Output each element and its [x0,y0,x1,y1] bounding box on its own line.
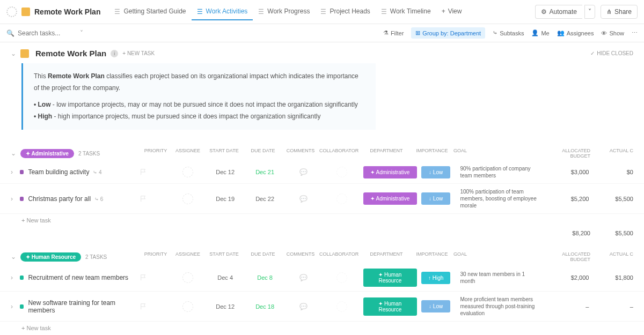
hide-closed-button[interactable]: ✓HIDE CLOSED [590,50,633,56]
task-row[interactable]: ›Team building activity ⤷ 4Dec 12Dec 21💬… [0,161,644,184]
start-date[interactable]: Dec 12 [207,303,244,310]
priority-flag-icon[interactable] [140,168,147,176]
start-date[interactable]: Dec 12 [207,169,244,175]
due-date[interactable]: Dec 8 [248,274,282,281]
collapse-icon[interactable]: ⌄ [11,50,16,57]
share-button[interactable]: ⋔Share [601,5,638,19]
expand-icon[interactable]: › [11,195,16,203]
priority-flag-icon[interactable] [140,195,147,203]
automate-button[interactable]: ⚙Automate [535,5,582,19]
group-admin: ⌄✦ Administrative2 TASKSPRIORITYASSIGNEE… [0,146,644,240]
share-icon: ⋔ [606,8,612,16]
subtasks-button[interactable]: ⤷Subtasks [493,29,524,36]
group-pill[interactable]: ✦ Human Resource [20,252,81,262]
assignees-button[interactable]: 👥Assignees [557,29,594,36]
collaborator-avatar[interactable] [336,193,347,204]
goal-text: 90% participation of company team member… [455,165,540,179]
assignee-avatar[interactable] [182,167,193,177]
collaborator-avatar[interactable] [336,301,347,312]
check-icon: ✓ [590,50,595,56]
department-pill[interactable]: ✦ Administrative [363,166,417,178]
group-collapse-icon[interactable]: ⌄ [11,253,16,260]
task-name[interactable]: Christmas party for all ⤷ 6 [28,195,135,203]
collaborator-avatar[interactable] [336,272,347,283]
task-row[interactable]: ›New software training for team membersD… [0,292,644,322]
tab-getting-started-guide[interactable]: ☰Getting Started Guide [109,3,191,20]
status-checkbox[interactable] [20,170,24,174]
view-icon: ☰ [381,8,387,14]
show-button[interactable]: 👁Show [601,30,624,36]
department-pill[interactable]: ✦ Administrative [363,192,417,205]
assignee-avatar[interactable] [182,301,193,312]
page-title: Remote Work Plan [35,49,106,58]
comments-icon[interactable]: 💬 [286,195,320,203]
start-date[interactable]: Dec 4 [207,274,244,281]
allocated-budget: – [545,303,600,310]
task-name[interactable]: New software training for team members [28,299,135,314]
tab-label: Project Heads [330,8,370,15]
group-count: 2 TASKS [78,151,100,157]
new-task-button[interactable]: + New task [0,322,644,334]
goal-text: More proficient team members measured th… [455,296,540,317]
group-pill[interactable]: ✦ Administrative [20,149,74,158]
department-pill[interactable]: ✦ Human Resource [363,297,417,316]
new-task-button[interactable]: + New task [0,214,644,227]
workspace-title[interactable]: Remote Work Plan [34,8,100,16]
add-view-tab[interactable]: +View [436,3,467,20]
department-pill[interactable]: ✦ Human Resource [363,269,417,287]
status-checkbox[interactable] [20,304,24,309]
priority-flag-icon[interactable] [140,274,147,281]
subtask-count: ⤷ 6 [93,196,103,202]
comments-icon[interactable]: 💬 [286,303,320,310]
task-row[interactable]: ›Recruitment of new team membersDec 4Dec… [0,264,644,292]
priority-flag-icon[interactable] [140,303,147,310]
task-name[interactable]: Recruitment of new team members [28,274,135,281]
status-checkbox[interactable] [20,197,24,201]
view-icon: ☰ [320,8,327,14]
me-button[interactable]: 👤Me [531,29,549,36]
app-logo-icon[interactable] [6,6,17,17]
tab-work-timeline[interactable]: ☰Work Timeline [376,3,436,20]
tab-label: Work Progress [267,8,310,15]
importance-pill[interactable]: ↑ High [421,272,451,284]
collaborator-avatar[interactable] [336,167,347,177]
due-date[interactable]: Dec 18 [248,303,282,310]
importance-pill[interactable]: ↓ Low [421,166,451,178]
allocated-budget: $5,200 [545,196,600,202]
assignee-avatar[interactable] [182,193,193,204]
importance-pill[interactable]: ↓ Low [421,300,451,312]
due-date[interactable]: Dec 21 [248,169,282,175]
comments-icon[interactable]: 💬 [286,274,320,281]
expand-icon[interactable]: › [11,274,16,281]
due-date[interactable]: Dec 22 [248,196,282,202]
tab-label: Getting Started Guide [123,8,186,15]
info-icon[interactable]: i [111,50,118,57]
expand-icon[interactable]: › [11,168,16,176]
more-button[interactable]: ⋯ [632,29,638,36]
tab-work-activities[interactable]: ☰Work Activities [192,3,253,20]
search-chevron-icon[interactable]: ˅ [80,29,83,37]
automate-chevron[interactable]: ˅ [584,5,595,19]
importance-pill[interactable]: ↓ Low [421,192,451,205]
comments-icon[interactable]: 💬 [286,168,320,176]
search-input[interactable] [18,29,77,37]
topbar: Remote Work Plan ☰Getting Started Guide☰… [0,0,644,24]
groupby-button[interactable]: ⊞Group by: Department [411,27,485,39]
search-box[interactable]: 🔍 ˅ [6,29,83,37]
subtask-count: ⤷ 4 [91,169,101,175]
tab-project-heads[interactable]: ☰Project Heads [315,3,375,20]
view-icon: ☰ [197,8,203,14]
status-checkbox[interactable] [20,276,24,280]
view-icon: ☰ [114,8,121,14]
task-name[interactable]: Team building activity ⤷ 4 [28,168,135,176]
group-collapse-icon[interactable]: ⌄ [11,150,16,157]
expand-icon[interactable]: › [11,303,16,310]
assignee-avatar[interactable] [182,272,193,283]
filter-button[interactable]: ⚗Filter [383,29,404,36]
task-row[interactable]: ›Christmas party for all ⤷ 6Dec 19Dec 22… [0,184,644,214]
eye-icon: 👁 [601,30,607,36]
new-task-header-button[interactable]: + NEW TASK [122,50,155,56]
tab-work-progress[interactable]: ☰Work Progress [253,3,315,20]
start-date[interactable]: Dec 19 [207,196,244,202]
group-hr: ⌄✦ Human Resource2 TASKSPRIORITYASSIGNEE… [0,249,644,335]
